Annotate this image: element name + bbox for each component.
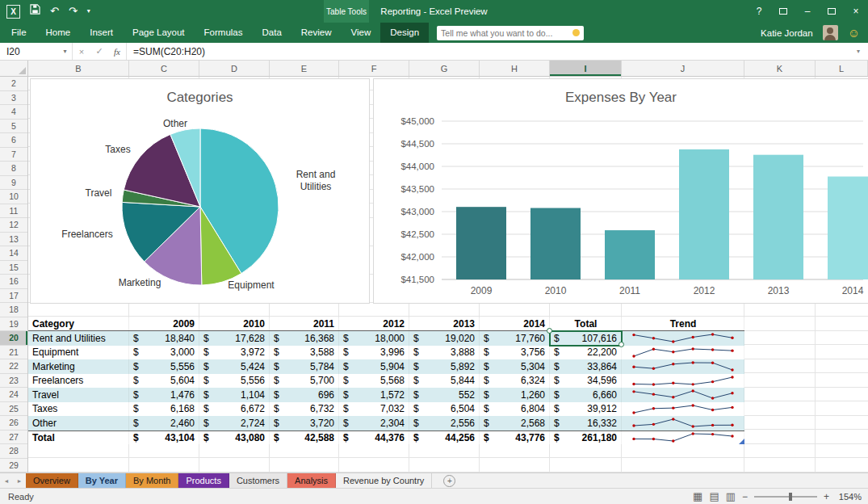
table-header-category[interactable]: Category: [28, 317, 129, 331]
row-header-12[interactable]: 12: [0, 218, 27, 233]
cells-area[interactable]: Categories Rent andUtilitiesEquipmentMar…: [28, 77, 868, 472]
cell-J27-sparkline[interactable]: [622, 431, 744, 445]
ribbon-tab-file[interactable]: File: [2, 23, 36, 43]
column-header-B[interactable]: B: [28, 61, 129, 76]
zoom-slider[interactable]: [754, 496, 817, 498]
save-button[interactable]: [30, 0, 40, 23]
cell-I27[interactable]: $261,180: [550, 431, 622, 445]
ribbon-display-options-button[interactable]: [771, 0, 795, 23]
cell-G23[interactable]: $5,844: [409, 374, 480, 388]
zoom-level[interactable]: 154%: [836, 492, 862, 502]
name-box[interactable]: I20: [0, 43, 58, 60]
cell-I21[interactable]: $22,200: [550, 346, 622, 360]
row-header-15[interactable]: 15: [0, 261, 27, 275]
cell-G27[interactable]: $44,256: [409, 431, 480, 445]
qat-customize-button[interactable]: ▾: [87, 0, 90, 23]
ribbon-tab-insert[interactable]: Insert: [80, 23, 123, 43]
table-row-equipment[interactable]: Equipment$3,000$3,972$3,588$3,996$3,888$…: [28, 346, 744, 360]
row-header-21[interactable]: 21: [0, 346, 27, 360]
row-header-24[interactable]: 24: [0, 388, 27, 402]
table-header-2011[interactable]: 2011: [270, 317, 339, 331]
normal-view-icon[interactable]: ▦: [693, 489, 702, 504]
row-header-13[interactable]: 13: [0, 233, 27, 247]
ribbon-tab-view[interactable]: View: [342, 23, 381, 43]
cell-D25[interactable]: $6,672: [199, 402, 270, 417]
column-header-C[interactable]: C: [129, 61, 199, 76]
minimize-button[interactable]: –: [795, 0, 820, 23]
zoom-in-button[interactable]: +: [824, 491, 829, 502]
cell-B23[interactable]: Freelancers: [28, 374, 129, 388]
row-header-10[interactable]: 10: [0, 190, 27, 204]
cell-D26[interactable]: $2,724: [199, 416, 270, 430]
cell-B22[interactable]: Marketing: [28, 359, 129, 374]
sheet-tab-revenue-by-country[interactable]: Revenue by Country: [336, 473, 432, 488]
pie-chart[interactable]: Categories Rent andUtilitiesEquipmentMar…: [30, 78, 370, 304]
cell-B25[interactable]: Taxes: [28, 402, 129, 417]
cell-J21-sparkline[interactable]: [622, 346, 744, 360]
cell-E24[interactable]: $696: [270, 388, 339, 402]
help-button[interactable]: ?: [747, 0, 771, 23]
undo-button[interactable]: ↶: [50, 0, 59, 23]
cell-D27[interactable]: $43,080: [199, 431, 270, 445]
cell-H27[interactable]: $43,776: [480, 431, 550, 445]
cell-J20-sparkline[interactable]: [622, 331, 744, 346]
cell-H25[interactable]: $6,804: [480, 402, 550, 417]
cell-F23[interactable]: $5,568: [339, 374, 409, 388]
table-row-total[interactable]: Total$43,104$43,080$42,588$44,376$44,256…: [28, 430, 744, 445]
table-header-2014[interactable]: 2014: [480, 317, 550, 331]
table-header-2009[interactable]: 2009: [129, 317, 199, 331]
ribbon-tab-data[interactable]: Data: [253, 23, 291, 43]
feedback-smiley-icon[interactable]: ☺: [848, 23, 860, 43]
cell-D23[interactable]: $5,556: [199, 374, 270, 388]
table-header-total[interactable]: Total: [550, 317, 622, 331]
table-row-taxes[interactable]: Taxes$6,168$6,672$6,732$7,032$6,504$6,80…: [28, 402, 744, 417]
row-header-28[interactable]: 28: [0, 444, 27, 459]
table-row-travel[interactable]: Travel$1,476$1,104$696$1,572$552$1,260$6…: [28, 388, 744, 402]
sheet-tab-customers[interactable]: Customers: [229, 473, 287, 488]
column-header-I[interactable]: I: [550, 61, 622, 76]
row-header-17[interactable]: 17: [0, 289, 27, 304]
cell-G25[interactable]: $6,504: [409, 402, 480, 417]
cell-G22[interactable]: $5,892: [409, 359, 480, 374]
cell-G21[interactable]: $3,888: [409, 346, 480, 360]
zoom-slider-thumb[interactable]: [789, 493, 792, 501]
row-header-27[interactable]: 27: [0, 430, 27, 445]
tell-me-input[interactable]: [441, 28, 569, 38]
row-header-29[interactable]: 29: [0, 459, 27, 473]
restore-button[interactable]: [820, 0, 844, 23]
row-header-11[interactable]: 11: [0, 204, 27, 219]
formula-input[interactable]: =SUM(C20:H20): [127, 43, 849, 60]
bar-chart[interactable]: Expenses By Year $41,500$42,000$42,500$4…: [373, 78, 868, 304]
column-header-H[interactable]: H: [480, 61, 550, 76]
row-header-9[interactable]: 9: [0, 176, 27, 191]
cell-E21[interactable]: $3,588: [270, 346, 339, 360]
sheet-tab-analysis[interactable]: Analysis: [287, 473, 336, 488]
cell-F20[interactable]: $18,000: [339, 331, 409, 346]
column-header-J[interactable]: J: [622, 61, 744, 76]
cell-B20[interactable]: Rent and Utilities: [28, 331, 129, 346]
table-resize-handle[interactable]: [739, 439, 744, 444]
enter-icon[interactable]: ✓: [90, 46, 108, 57]
column-header-K[interactable]: K: [744, 61, 816, 76]
row-header-23[interactable]: 23: [0, 374, 27, 388]
column-header-G[interactable]: G: [409, 61, 480, 76]
cell-J25-sparkline[interactable]: [622, 402, 744, 417]
cell-E26[interactable]: $3,720: [270, 416, 339, 430]
cell-C23[interactable]: $5,604: [129, 374, 199, 388]
cancel-icon[interactable]: ×: [73, 47, 90, 57]
cell-H26[interactable]: $2,568: [480, 416, 550, 430]
ribbon-tab-design[interactable]: Design: [380, 23, 429, 43]
name-box-dropdown-icon[interactable]: ▾: [58, 43, 73, 60]
cell-E25[interactable]: $6,732: [270, 402, 339, 417]
zoom-out-button[interactable]: −: [742, 491, 748, 502]
row-header-7[interactable]: 7: [0, 148, 27, 162]
user-avatar[interactable]: [823, 25, 838, 40]
selection-handle-top-left[interactable]: [547, 328, 552, 334]
cell-E22[interactable]: $5,784: [270, 359, 339, 374]
cell-C26[interactable]: $2,460: [129, 416, 199, 430]
cell-I20[interactable]: $107,616: [550, 331, 622, 346]
row-header-18[interactable]: 18: [0, 303, 27, 317]
close-button[interactable]: ×: [844, 0, 868, 23]
cell-C25[interactable]: $6,168: [129, 402, 199, 417]
cell-D22[interactable]: $5,424: [199, 359, 270, 374]
